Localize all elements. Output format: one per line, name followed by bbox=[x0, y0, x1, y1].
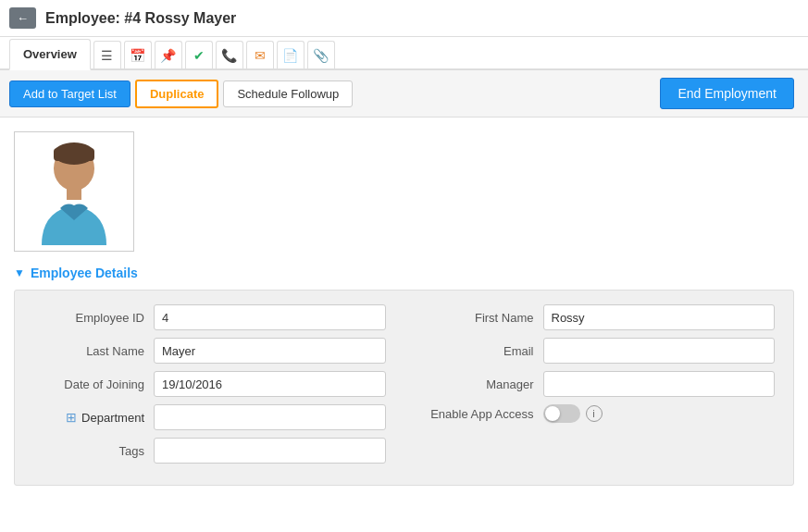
end-employment-button[interactable]: End Employment bbox=[660, 78, 794, 109]
enable-app-access-toggle-wrap: i bbox=[543, 404, 603, 423]
employee-id-label: Employee ID bbox=[33, 311, 154, 325]
clip-icon: 📎 bbox=[313, 48, 329, 63]
manager-row: Manager bbox=[423, 371, 776, 397]
action-bar: Add to Target List Duplicate Schedule Fo… bbox=[0, 70, 808, 118]
back-button[interactable]: ← bbox=[9, 7, 36, 29]
calendar-icon: 📅 bbox=[130, 48, 145, 63]
employee-details-section-header[interactable]: ▼ Employee Details bbox=[14, 266, 794, 280]
note-icon: 📄 bbox=[282, 48, 298, 63]
enable-app-access-label: Enable App Access bbox=[423, 407, 543, 421]
list-icon: ☰ bbox=[101, 48, 113, 63]
tab-list[interactable]: ☰ bbox=[93, 41, 121, 68]
tabs-bar: Overview ☰ 📅 📌 ✔ 📞 ✉ 📄 📎 bbox=[0, 37, 808, 70]
schedule-followup-button[interactable]: Schedule Followup bbox=[223, 80, 353, 107]
tags-label: Tags bbox=[33, 444, 154, 458]
left-column: Employee ID Last Name Date of Joining ⊞ bbox=[33, 304, 386, 471]
first-name-input[interactable] bbox=[543, 304, 776, 330]
email-label: Email bbox=[423, 344, 543, 358]
phone-icon: 📞 bbox=[221, 48, 237, 63]
department-label: Department bbox=[81, 411, 144, 425]
chevron-down-icon: ▼ bbox=[14, 266, 25, 279]
add-to-target-list-button[interactable]: Add to Target List bbox=[9, 80, 131, 107]
tab-attachment[interactable]: 📎 bbox=[307, 41, 335, 68]
date-of-joining-row: Date of Joining bbox=[33, 371, 386, 397]
tab-calendar[interactable]: 📅 bbox=[124, 41, 152, 68]
employee-details-label: Employee Details bbox=[31, 266, 138, 280]
tags-row: Tags bbox=[33, 438, 386, 464]
department-icon: ⊞ bbox=[66, 410, 77, 425]
department-row: ⊞ Department bbox=[33, 404, 386, 430]
tab-note[interactable]: 📄 bbox=[277, 41, 305, 68]
employee-id-input[interactable] bbox=[154, 304, 386, 330]
duplicate-button[interactable]: Duplicate bbox=[135, 80, 219, 108]
manager-label: Manager bbox=[423, 377, 543, 391]
manager-input[interactable] bbox=[543, 371, 776, 397]
tab-pin[interactable]: 📌 bbox=[155, 41, 182, 68]
svg-rect-3 bbox=[67, 187, 81, 200]
employee-details-box: Employee ID Last Name Date of Joining ⊞ bbox=[14, 290, 794, 486]
email-icon: ✉ bbox=[255, 48, 266, 63]
avatar-image bbox=[28, 139, 120, 245]
tab-email[interactable]: ✉ bbox=[246, 41, 274, 68]
svg-rect-2 bbox=[54, 148, 94, 161]
enable-app-access-row: Enable App Access i bbox=[423, 404, 776, 423]
first-name-label: First Name bbox=[423, 311, 543, 325]
enable-app-access-toggle[interactable] bbox=[543, 404, 580, 423]
department-label-wrap: ⊞ Department bbox=[33, 410, 154, 425]
date-of-joining-label: Date of Joining bbox=[33, 377, 154, 391]
checklist-icon: ✔ bbox=[193, 48, 205, 63]
last-name-row: Last Name bbox=[33, 338, 386, 364]
employee-avatar bbox=[14, 131, 134, 252]
email-input[interactable] bbox=[543, 338, 776, 364]
tab-overview[interactable]: Overview bbox=[9, 39, 91, 70]
email-row: Email bbox=[423, 338, 776, 364]
toggle-knob bbox=[545, 406, 560, 421]
date-of-joining-input[interactable] bbox=[154, 371, 386, 397]
pin-icon: 📌 bbox=[160, 48, 176, 63]
main-content: ▼ Employee Details Employee ID Last Name… bbox=[0, 118, 808, 500]
last-name-label: Last Name bbox=[33, 344, 154, 358]
department-input[interactable] bbox=[154, 404, 386, 430]
employee-id-row: Employee ID bbox=[33, 304, 386, 330]
top-bar: ← Employee: #4 Rossy Mayer bbox=[0, 0, 808, 37]
tab-checklist[interactable]: ✔ bbox=[185, 41, 213, 68]
tab-phone[interactable]: 📞 bbox=[216, 41, 243, 68]
tags-input[interactable] bbox=[154, 438, 386, 464]
right-column: First Name Email Manager Enable App Acce… bbox=[423, 304, 776, 471]
info-icon[interactable]: i bbox=[586, 405, 603, 422]
page-title: Employee: #4 Rossy Mayer bbox=[45, 10, 236, 27]
first-name-row: First Name bbox=[423, 304, 776, 330]
last-name-input[interactable] bbox=[154, 338, 386, 364]
